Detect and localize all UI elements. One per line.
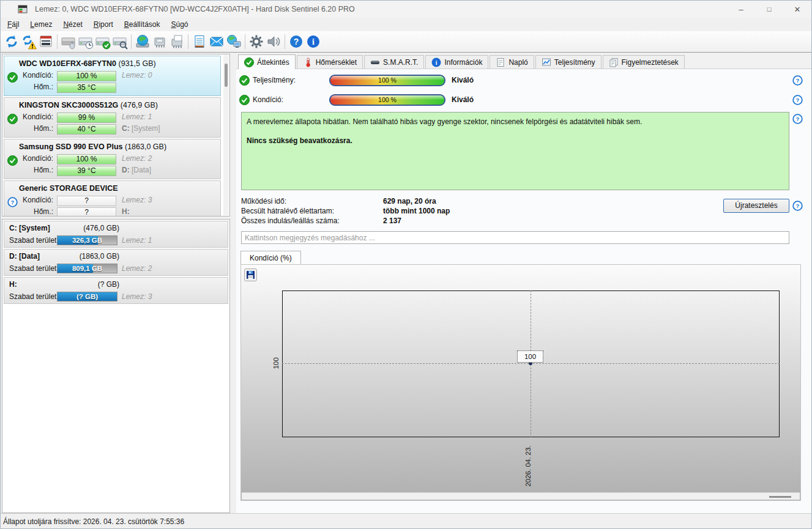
temperature-bar: ? [57, 207, 116, 216]
chart-scrollbar[interactable] [242, 492, 800, 500]
performance-label: Teljesítmény: [253, 76, 296, 84]
condition-bar: 100 % [329, 94, 445, 106]
disk-title: KINGSTON SKC3000S512G (476,9 GB) [19, 101, 158, 109]
tab-information[interactable]: i Információk [425, 55, 488, 68]
toolbar-separator [188, 34, 188, 49]
svg-text:?: ? [294, 37, 299, 46]
condition-bar: 99 % [57, 113, 116, 123]
save-chart-button[interactable] [244, 268, 257, 281]
temperature-label: Hőm.: [4, 207, 53, 216]
disk-list-scrollbar[interactable] [223, 55, 229, 215]
refresh-warning-icon[interactable] [20, 33, 37, 50]
health-status-box: A merevlemez állapota hibátlan. Nem talá… [241, 112, 789, 190]
tab-temperature[interactable]: Hőmérséklet [297, 55, 363, 68]
notes-icon[interactable] [191, 33, 208, 50]
performance-rating: Kiváló [452, 76, 474, 84]
close-button[interactable]: ✕ [783, 1, 811, 18]
partition-item-h[interactable]: H: (? GB) Szabad terület (? GB) Lemez: 3 [4, 277, 228, 304]
help-icon[interactable]: ? [792, 114, 803, 124]
safely-remove-hardware-icon[interactable] [151, 33, 168, 50]
disk-number-label: Lemez: 2 [122, 264, 152, 273]
disk-title: Generic STORAGE DEVICE [19, 184, 118, 193]
report-icon[interactable] [37, 33, 54, 50]
disk-schedule-icon[interactable] [77, 33, 94, 50]
lifetime-stats: Működési idő: 629 nap, 20 óra Becsült há… [241, 197, 547, 226]
comment-input[interactable] [241, 231, 789, 244]
tab-alerts[interactable]: Figyelmeztetések [603, 55, 685, 68]
disk-item-0[interactable]: WDC WD10EFRX-68FYTN0 (931,5 GB) Kondíció… [4, 56, 221, 96]
free-space-label: Szabad terület [9, 236, 56, 245]
thermometer-icon [303, 57, 313, 67]
condition-label: Kondíció: [4, 196, 53, 204]
menu-bar: Fájl Lemez Nézet Riport Beállítások Súgó [1, 18, 811, 31]
condition-label: Kondíció: [253, 95, 283, 104]
tab-smart[interactable]: S.M.A.R.T. [364, 55, 424, 68]
menu-report[interactable]: Riport [88, 18, 119, 31]
disk-icon [370, 57, 380, 67]
toolbar-separator [285, 34, 285, 49]
document-icon [496, 57, 505, 67]
partition-size: (1863,0 GB) [63, 252, 119, 261]
partition-item-c[interactable]: C: [System] (476,0 GB) Szabad terület 32… [4, 221, 228, 248]
disk-surface-test-icon[interactable] [111, 33, 129, 50]
help-icon[interactable]: ? [792, 75, 803, 86]
svg-text:i: i [436, 59, 438, 65]
menu-file[interactable]: Fájl [2, 18, 24, 31]
scrollbar-thumb[interactable] [769, 496, 791, 498]
help-icon[interactable]: ? [792, 95, 803, 105]
condition-bar: 100 % [57, 154, 116, 165]
free-space-bar: 809,1 GB [57, 264, 117, 273]
health-status-text: A merevlemez állapota hibátlan. Nem talá… [247, 117, 784, 127]
menu-view[interactable]: Nézet [58, 18, 88, 31]
temperature-label: Hőm.: [4, 166, 53, 174]
temperature-bar: 40 °C [57, 124, 116, 135]
check-circle-icon [239, 95, 250, 105]
free-space-label: Szabad terület [9, 292, 56, 301]
status-bar: Állapot utoljára frissítve: 2026. 04. 23… [1, 513, 811, 529]
stat-start-stop-count: Összes indulás/leállás száma: 2 137 [241, 216, 547, 226]
maximize-button[interactable]: □ [755, 1, 783, 18]
status-bar-text: Állapot utoljára frissítve: 2026. 04. 23… [3, 517, 184, 526]
info-icon[interactable]: i [305, 33, 322, 50]
retest-button[interactable]: Újratesztelés [723, 199, 789, 213]
disk-number-label: Lemez: 1 [122, 113, 152, 121]
stat-power-on-time: Működési idő: 629 nap, 20 óra [241, 197, 547, 207]
tab-log[interactable]: Napló [490, 55, 534, 68]
eject-hardware-icon[interactable] [168, 33, 185, 50]
disk-item-1[interactable]: KINGSTON SKC3000S512G (476,9 GB) Kondíci… [4, 97, 221, 138]
menu-help[interactable]: Súgó [165, 18, 193, 31]
free-space-label: Szabad terület [9, 264, 56, 273]
menu-settings[interactable]: Beállítások [119, 18, 166, 31]
app-icon [18, 4, 28, 14]
minimize-button[interactable]: – [727, 1, 755, 18]
settings-gear-icon[interactable] [248, 33, 265, 50]
email-icon[interactable] [208, 33, 225, 50]
condition-label: Kondíció: [4, 113, 53, 121]
svg-text:?: ? [796, 202, 800, 209]
disk-title: WDC WD10EFRX-68FYTN0 (931,5 GB) [19, 59, 156, 68]
partition-name: C: [System] [9, 224, 50, 232]
chart-tab-condition[interactable]: Kondíció (%) [240, 251, 301, 265]
help-icon[interactable]: ? [288, 33, 305, 50]
refresh-icon[interactable] [3, 33, 20, 50]
disk-title: Samsung SSD 990 EVO Plus (1863,0 GB) [19, 142, 166, 151]
scrollbar-thumb[interactable] [225, 64, 228, 87]
disk-item-2[interactable]: Samsung SSD 990 EVO Plus (1863,0 GB) Kon… [4, 139, 221, 179]
condition-label: Kondíció: [4, 154, 53, 163]
partition-size: (476,0 GB) [63, 224, 119, 232]
free-space-bar: 326,3 GB [57, 235, 117, 245]
network-disks-icon[interactable] [134, 33, 151, 50]
help-icon[interactable]: ? [792, 201, 803, 211]
partition-item-d[interactable]: D: [Data] (1863,0 GB) Szabad terület 809… [4, 249, 228, 276]
network-status-icon[interactable] [225, 33, 242, 50]
volume-label: C: [System] [122, 124, 160, 133]
svg-text:?: ? [796, 97, 800, 103]
disk-item-3[interactable]: Generic STORAGE DEVICE ? Kondíció: ? Lem… [4, 180, 221, 216]
tab-performance[interactable]: Teljesítmény [535, 55, 602, 68]
disk-offline-icon[interactable] [60, 33, 77, 50]
disk-accept-icon[interactable] [94, 33, 111, 50]
menu-disk[interactable]: Lemez [24, 18, 58, 31]
tab-overview[interactable]: Áttekintés [238, 54, 296, 69]
sounds-icon[interactable] [265, 33, 282, 50]
volume-label: D: [Data] [122, 166, 151, 174]
